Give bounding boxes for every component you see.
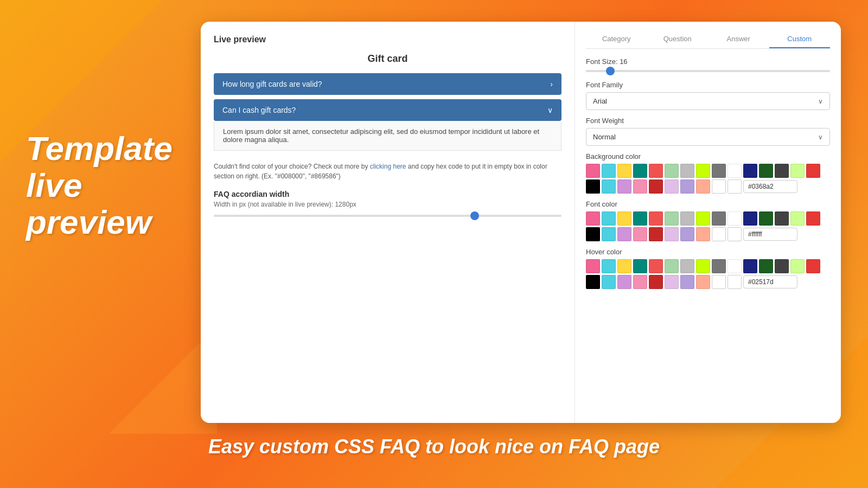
color-swatch[interactable]	[633, 259, 647, 273]
color-swatch[interactable]	[712, 164, 726, 178]
color-swatch[interactable]	[602, 179, 616, 194]
background-color-section: Background color	[586, 152, 830, 194]
color-swatch[interactable]	[806, 164, 820, 178]
color-swatch[interactable]	[696, 275, 710, 289]
color-swatch[interactable]	[633, 211, 647, 226]
color-swatch[interactable]	[586, 211, 600, 226]
color-swatch[interactable]	[696, 211, 710, 226]
color-swatch[interactable]	[743, 211, 757, 226]
color-swatch[interactable]	[712, 275, 726, 289]
color-swatch[interactable]	[617, 211, 631, 226]
left-hero-text: Template live preview	[26, 130, 194, 241]
color-swatch[interactable]	[602, 164, 616, 178]
color-swatch[interactable]	[617, 275, 631, 289]
chevron-down-icon: ∨	[547, 106, 553, 114]
color-swatch[interactable]	[680, 227, 694, 241]
width-slider-thumb[interactable]	[470, 211, 479, 220]
color-swatch[interactable]	[759, 211, 773, 226]
color-swatch[interactable]	[633, 227, 647, 241]
color-swatch[interactable]	[586, 275, 600, 289]
color-swatch[interactable]	[712, 227, 726, 241]
color-swatch[interactable]	[665, 164, 679, 178]
font-weight-dropdown[interactable]: Normal ∨	[586, 128, 830, 146]
color-swatch[interactable]	[649, 164, 663, 178]
font-family-dropdown[interactable]: Arial ∨	[586, 92, 830, 110]
color-swatch[interactable]	[602, 211, 616, 226]
fc-white-swatch[interactable]	[727, 227, 742, 241]
color-swatch[interactable]	[617, 227, 631, 241]
color-swatch[interactable]	[649, 227, 663, 241]
color-swatch[interactable]	[586, 227, 600, 241]
color-swatch[interactable]	[633, 275, 647, 289]
color-swatch[interactable]	[680, 275, 694, 289]
color-swatch[interactable]	[586, 259, 600, 273]
color-swatch[interactable]	[696, 164, 710, 178]
color-info-link[interactable]: clicking here	[370, 163, 406, 170]
color-swatch[interactable]	[665, 259, 679, 273]
color-swatch[interactable]	[696, 259, 710, 273]
color-swatch[interactable]	[680, 259, 694, 273]
tab-category[interactable]: Category	[586, 30, 647, 48]
bg-color-row-2	[586, 179, 830, 194]
color-swatch[interactable]	[775, 211, 789, 226]
color-swatch[interactable]	[696, 227, 710, 241]
color-swatch[interactable]	[727, 164, 742, 178]
color-swatch[interactable]	[759, 259, 773, 273]
fc-color-hex-input[interactable]	[743, 228, 797, 241]
hc-color-hex-input[interactable]	[743, 275, 797, 288]
font-size-label: Font Size: 16	[586, 57, 830, 66]
color-swatch[interactable]	[712, 211, 726, 226]
color-swatch[interactable]	[759, 164, 773, 178]
font-size-slider[interactable]	[586, 70, 830, 72]
color-swatch[interactable]	[617, 179, 631, 194]
color-swatch[interactable]	[727, 259, 742, 273]
color-swatch[interactable]	[617, 259, 631, 273]
color-swatch[interactable]	[680, 164, 694, 178]
color-swatch[interactable]	[633, 179, 647, 194]
color-swatch[interactable]	[649, 179, 663, 194]
color-swatch[interactable]	[743, 259, 757, 273]
width-subtitle: Width in px (not available in live previ…	[214, 201, 561, 208]
font-color-section: Font color	[586, 200, 830, 241]
font-color-label: Font color	[586, 200, 830, 208]
color-swatch[interactable]	[665, 179, 679, 194]
color-swatch[interactable]	[633, 164, 647, 178]
color-swatch[interactable]	[649, 275, 663, 289]
color-swatch[interactable]	[775, 164, 789, 178]
hc-white-swatch[interactable]	[727, 275, 742, 289]
color-swatch[interactable]	[649, 211, 663, 226]
bg-color-hex-input[interactable]	[743, 180, 797, 193]
color-swatch[interactable]	[602, 275, 616, 289]
color-swatch[interactable]	[586, 164, 600, 178]
color-swatch[interactable]	[665, 275, 679, 289]
width-slider-track[interactable]	[214, 215, 561, 217]
color-swatch[interactable]	[602, 227, 616, 241]
color-swatch[interactable]	[586, 179, 600, 194]
tab-answer[interactable]: Answer	[708, 30, 769, 48]
color-swatch[interactable]	[712, 179, 726, 194]
color-swatch[interactable]	[696, 179, 710, 194]
accordion-header-2[interactable]: Can I cash gift cards? ∨	[214, 99, 561, 121]
tab-custom[interactable]: Custom	[769, 30, 831, 48]
color-swatch[interactable]	[649, 259, 663, 273]
color-swatch[interactable]	[665, 211, 679, 226]
color-swatch[interactable]	[790, 211, 805, 226]
color-swatch[interactable]	[743, 164, 757, 178]
color-swatch[interactable]	[680, 211, 694, 226]
color-swatch[interactable]	[617, 164, 631, 178]
color-swatch[interactable]	[806, 211, 820, 226]
color-swatch[interactable]	[790, 259, 805, 273]
bg-white-swatch[interactable]	[727, 179, 742, 194]
color-swatch[interactable]	[680, 179, 694, 194]
color-swatch[interactable]	[727, 211, 742, 226]
accordion-header-1[interactable]: How long gift cards are valid? ›	[214, 73, 561, 95]
color-swatch[interactable]	[712, 259, 726, 273]
color-swatch[interactable]	[806, 259, 820, 273]
color-swatch[interactable]	[775, 259, 789, 273]
hover-color-row-1	[586, 259, 830, 273]
color-swatch[interactable]	[665, 227, 679, 241]
tab-question[interactable]: Question	[647, 30, 709, 48]
font-size-thumb[interactable]	[606, 67, 615, 75]
color-swatch[interactable]	[602, 259, 616, 273]
color-swatch[interactable]	[790, 164, 805, 178]
